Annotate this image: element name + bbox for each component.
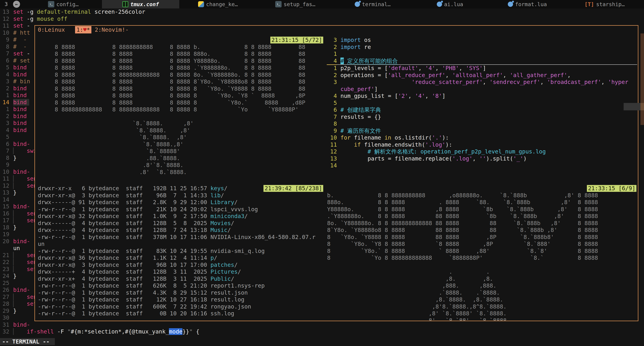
tab-label: terminal…	[362, 1, 391, 8]
tab-setup-fas[interactable]: ❯_ setup_fas…	[256, 0, 334, 9]
buffer-tab-bar: 3 ← ❯_ config… tmux.conf change_ke… ❯_ s…	[0, 0, 644, 9]
code-line: 10for filename in os.listdir('.'):	[327, 134, 637, 141]
code-line: .`8888. .`8888.	[327, 289, 637, 296]
tab-label: setup_fas…	[284, 1, 316, 8]
code-line: -rw-r--r--@ 1 bytedance staff 378M 10 17…	[38, 234, 325, 241]
code-line: b. 8 8 8888888888 ,o888888o. `8.`888b ,8…	[327, 192, 637, 199]
code-line: .8'`8.`8888.	[38, 162, 325, 169]
code-line: 7results = {}	[327, 113, 637, 121]
code-line: `8.`8888. ,8'	[38, 120, 325, 127]
tmux-window-1-current[interactable]: 1:♥*	[75, 26, 92, 34]
scrollbar-thumb-highlight	[640, 103, 644, 110]
lua-icon	[355, 2, 360, 7]
code-line: 8 8888 8 888888888888 8 8888 8o. `Y88888…	[38, 71, 325, 79]
python-icon	[198, 1, 204, 7]
code-line: 9# 遍历所有文件	[327, 127, 637, 134]
code-line: 8 8888 8 8888 8 8888 .`Y888888o. 8 8 888…	[38, 64, 325, 71]
code-line: 12 # 解析文件名格式: operation_perf_p2p_level_n…	[327, 148, 637, 155]
code-line: `8.`88888'	[38, 148, 325, 155]
tmux-window-icon	[122, 1, 128, 7]
pane-ascii-leinux[interactable]: 21:31:15 [5/72] 8 8888 8 8888888888 8 88…	[38, 37, 325, 185]
code-line: 32▏ if-shell -F "#{m:*selection*,#{@tmux…	[0, 328, 644, 335]
code-line: .`Y888888o. 8 8 8888 88 8888 `8b `8.`888…	[327, 213, 637, 220]
terminal-icon: ❯_	[48, 1, 54, 8]
code-line: 888o. 8 8 8888 . 8888 `88. `8.`888b ,8' …	[327, 199, 637, 206]
code-line: ,8'8.`8888.,8^8.`8888.	[327, 303, 637, 310]
tab-change-ke[interactable]: change_ke…	[179, 0, 256, 9]
code-line: -rw-r--r--@ 1 bytedance staff 4.3K 8 29 …	[38, 289, 325, 296]
pane-timestamp-badge: 21:33:15 [6/9]	[587, 185, 636, 192]
code-line: 8 8888 8 8888888888 8 8888 b. 8 8 8888 8…	[38, 44, 325, 51]
code-line: ,8' `8.`88' `8.`8888.	[327, 317, 637, 321]
pane-ascii-neovim[interactable]: 21:33:15 [6/9] b. 8 8 8888888888 ,o88888…	[327, 185, 637, 321]
code-line: drwxr-xr-x@ 3 bytedance staff 96B 7 1 14…	[38, 192, 325, 199]
code-line: 8 `Y8o. `Y8 8 8888 `8 8888 ,8P `8.`888' …	[327, 241, 637, 248]
code-line: 14	[327, 162, 637, 169]
code-line: 2import re	[327, 44, 637, 51]
code-line: 8 `Y8o.` 8 8888 ` 8888 ,88' `8.`8' 8 888…	[327, 248, 637, 255]
code-line: 8 `Yo 8 888888888888 `8888888P' `8.` 8 8…	[327, 254, 637, 262]
pane-python-script[interactable]: 3import os2import re14# 定义所有可能的组合1p2p_le…	[327, 37, 637, 185]
code-line: .88.`8888.	[38, 155, 325, 162]
tab-label: config…	[56, 1, 78, 8]
terminal-icon: ❯_	[275, 1, 282, 8]
buffer-count: 3	[4, 0, 8, 9]
tab-label: format.lua	[515, 1, 547, 8]
tab-config[interactable]: ❯_ config…	[24, 0, 102, 9]
code-line: -rw-r--r--@ 1 bytedance staff 0B 10 20 1…	[38, 310, 325, 317]
code-line	[327, 262, 637, 269]
code-line: 8 `Y8o. `Y8888 8 8888 88 8888 ,8P `8.`88…	[327, 234, 637, 241]
tab-tmux-conf[interactable]: tmux.conf	[102, 0, 179, 9]
code-line: `8.`8888.,8'	[38, 141, 325, 148]
code-line: drwxr-xr-x@ 36 bytedance staff 1.1K 12 4…	[38, 254, 325, 262]
tmux-status-bar: 0:Leinux 1:♥* 2:Neovim!-	[38, 26, 129, 34]
code-line: 8 8888 8 8888 8 8888 8 `Y8o.` 8888 ,d8P	[38, 99, 325, 106]
code-line: 8 8888 8 8888 8 8888 8`Y8o. `Y88888o8 8 …	[38, 78, 325, 85]
tab-starship[interactable]: [T] starship…	[566, 0, 643, 9]
code-line: ,8. ,8.	[327, 275, 637, 282]
code-line: . .	[327, 268, 637, 275]
tmux-popup-window[interactable]: 0:Leinux 1:♥* 2:Neovim!- 21:31:15 [5/72]…	[34, 25, 638, 321]
neovim-screen: 3 ← ❯_ config… tmux.conf change_ke… ❯_ s…	[0, 0, 644, 346]
code-line: 31bind-	[0, 321, 644, 328]
code-line: 8`Y8o. `Y88888o8 8 8888 88 8888 88 `8.`8…	[327, 227, 637, 234]
code-line: 6# 创建结果字典	[327, 106, 637, 113]
code-line: 8	[327, 120, 637, 127]
pane-file-listing[interactable]: 21:39:42 [85/238] drwxr-xr-x 6 bytedance…	[38, 185, 325, 321]
code-line	[38, 113, 325, 120]
pane-timestamp-badge: 21:31:15 [5/72]	[270, 37, 323, 44]
tab-terminal-lua[interactable]: terminal…	[334, 0, 411, 9]
scrollbar-thumb[interactable]	[640, 34, 644, 125]
tab-format-lua[interactable]: format.lua	[488, 0, 566, 9]
code-line: 1	[327, 51, 637, 58]
code-line: ,8.`8888. ,8.`8888.	[327, 296, 637, 303]
code-line: drwx------@ 4 bytedance staff 128B 5 8 2…	[38, 220, 325, 227]
code-line: 13 parts = filename.replace('.log', '').…	[327, 155, 637, 162]
code-line: 12set -g mouse off	[0, 16, 644, 23]
tab-label: ai.lua	[444, 1, 463, 8]
tmux-window-0[interactable]: 0:Leinux	[38, 26, 65, 33]
tmux-window-2[interactable]: 2:Neovim!-	[95, 26, 129, 33]
code-line: 1p2p_levels = ['default', '4', 'PHB', 'S…	[327, 65, 637, 72]
code-line: .8' `8.`8888.	[38, 169, 325, 176]
code-line: 11 if filename.endswith('.log'):	[327, 141, 637, 148]
code-line: `8.`8888. ,8'	[38, 127, 325, 134]
code-line: 2operations = ['all_reduce_perf', 'allto…	[327, 72, 637, 79]
code-line: 8 8888 8 8888 8 8888 888o. 8 8 8888 88	[38, 51, 325, 58]
code-line: 8 8888 8 8888 8 8888 Y88888o. 8 8 8888 8…	[38, 58, 325, 65]
pane-timestamp-badge: 21:39:42 [85/238]	[264, 185, 323, 192]
code-line: -rw-r--r--@ 1 bytedance staff 12K 10 27 …	[38, 296, 325, 303]
tab-label: change_ke…	[206, 1, 238, 8]
tab-ai-lua[interactable]: ai.lua	[411, 0, 488, 9]
mode-indicator: -- TERMINAL --	[0, 338, 55, 345]
code-line: drwx------@ 91 bytedance staff 2.8K 9 29…	[38, 199, 325, 206]
code-line: 8 888888888888 8 888888888888 8 8888 8 `…	[38, 106, 325, 113]
code-line: 8 8888 8 8888 8 8888 8 `Y8o. `Y8 ` 8888 …	[38, 92, 325, 99]
left-arrow-icon: ←	[15, 2, 18, 7]
code-line: drwxr-xr-x@ 3 bytedance staff 96B 10 17 …	[38, 262, 325, 269]
code-line: 13set -g default-terminal screen-256colo…	[0, 9, 644, 16]
code-line: 4# 定义所有可能的组合	[327, 58, 637, 65]
back-button[interactable]: ←	[13, 1, 20, 8]
tab-label: starship…	[596, 1, 625, 8]
code-line: ,888. ,888.	[327, 282, 637, 289]
